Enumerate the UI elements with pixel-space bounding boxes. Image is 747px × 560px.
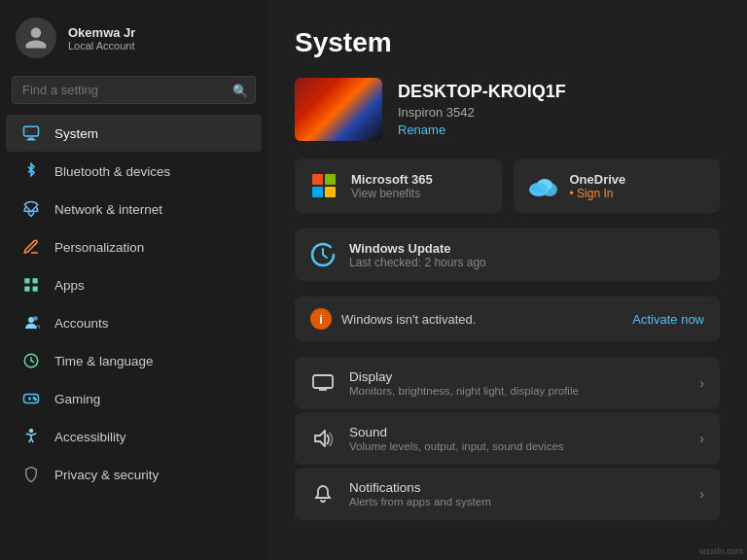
apps-icon	[21, 275, 41, 295]
sound-subtitle: Volume levels, output, input, sound devi…	[349, 440, 686, 452]
display-title: Display	[349, 369, 686, 384]
svg-rect-19	[325, 187, 336, 197]
svg-point-7	[28, 317, 34, 323]
activation-warning-icon: i	[310, 308, 332, 330]
onedrive-tile[interactable]: OneDrive • Sign In	[514, 158, 721, 213]
onedrive-dot: •	[570, 187, 578, 200]
device-card: DESKTOP-KROIQ1F Inspiron 3542 Rename	[295, 78, 720, 141]
privacy-icon	[21, 465, 41, 484]
sidebar-item-label-time: Time & language	[54, 354, 154, 368]
notifications-subtitle: Alerts from apps and system	[349, 496, 686, 508]
sound-title: Sound	[349, 425, 686, 439]
sound-details: Sound Volume levels, output, input, soun…	[349, 425, 686, 452]
sidebar-item-time[interactable]: Time & language	[6, 342, 262, 379]
display-icon	[310, 370, 336, 396]
bluetooth-icon	[21, 161, 41, 181]
svg-rect-1	[28, 138, 34, 140]
svg-rect-18	[312, 187, 323, 197]
svg-point-15	[30, 430, 33, 433]
avatar	[16, 18, 56, 58]
user-name: Okemwa Jr	[68, 25, 135, 40]
user-account-type: Local Account	[68, 40, 135, 52]
page-title: System	[295, 27, 720, 58]
microsoft365-icon	[308, 170, 339, 201]
time-icon	[21, 351, 41, 370]
accessibility-icon	[21, 427, 41, 446]
device-rename-link[interactable]: Rename	[398, 122, 566, 137]
microsoft365-name: Microsoft 365	[351, 172, 433, 187]
sound-chevron-icon: ›	[699, 431, 704, 446]
sidebar-item-label-system: System	[54, 126, 98, 141]
microsoft365-sub: View benefits	[351, 187, 433, 200]
sidebar-item-privacy[interactable]: Privacy & security	[6, 456, 262, 493]
sidebar: Okemwa Jr Local Account 🔍 System Bluetoo…	[0, 0, 267, 560]
sound-icon	[310, 426, 336, 451]
microsoft365-details: Microsoft 365 View benefits	[351, 172, 433, 200]
watermark: wsxdn.com	[699, 546, 743, 556]
display-details: Display Monitors, brightness, night ligh…	[349, 369, 686, 397]
onedrive-icon	[527, 170, 558, 201]
sidebar-item-system[interactable]: System	[6, 115, 262, 152]
activation-message: Windows isn't activated.	[341, 312, 622, 327]
device-thumbnail	[295, 78, 382, 141]
search-input[interactable]	[12, 76, 256, 104]
onedrive-sub: • Sign In	[570, 187, 626, 200]
sidebar-item-label-gaming: Gaming	[54, 392, 100, 406]
network-icon	[21, 199, 41, 219]
sidebar-item-label-personalization: Personalization	[54, 240, 144, 255]
sidebar-item-label-network: Network & internet	[54, 202, 162, 217]
svg-rect-6	[33, 287, 38, 292]
personalization-icon	[21, 237, 41, 257]
settings-row-sound[interactable]: Sound Volume levels, output, input, soun…	[295, 412, 720, 465]
windows-update-tile[interactable]: Windows Update Last checked: 2 hours ago	[295, 228, 720, 281]
windows-update-icon	[308, 240, 338, 269]
sidebar-item-accounts[interactable]: Accounts	[6, 304, 262, 341]
display-subtitle: Monitors, brightness, night light, displ…	[349, 385, 686, 397]
sidebar-item-label-accounts: Accounts	[54, 316, 109, 331]
sidebar-item-label-bluetooth: Bluetooth & devices	[54, 164, 170, 179]
sidebar-item-network[interactable]: Network & internet	[6, 191, 262, 228]
device-name: DESKTOP-KROIQ1F	[398, 82, 566, 102]
svg-marker-28	[315, 431, 325, 446]
notifications-details: Notifications Alerts from apps and syste…	[349, 480, 686, 508]
svg-rect-25	[313, 375, 333, 388]
svg-rect-3	[24, 278, 29, 283]
accounts-icon	[21, 313, 41, 332]
settings-row-display[interactable]: Display Monitors, brightness, night ligh…	[295, 357, 720, 409]
sidebar-item-accessibility[interactable]: Accessibility	[6, 418, 262, 455]
onedrive-name: OneDrive	[570, 172, 626, 187]
onedrive-details: OneDrive • Sign In	[570, 172, 626, 200]
user-profile[interactable]: Okemwa Jr Local Account	[0, 8, 267, 72]
search-box[interactable]: 🔍	[12, 76, 256, 104]
display-chevron-icon: ›	[699, 375, 704, 391]
notifications-chevron-icon: ›	[699, 486, 704, 502]
search-icon: 🔍	[232, 83, 248, 97]
windows-update-sub: Last checked: 2 hours ago	[349, 256, 486, 269]
settings-row-notifications[interactable]: Notifications Alerts from apps and syste…	[295, 468, 720, 520]
svg-rect-4	[33, 278, 38, 283]
device-model: Inspiron 3542	[398, 105, 566, 120]
sidebar-item-apps[interactable]: Apps	[6, 266, 262, 303]
sidebar-item-personalization[interactable]: Personalization	[6, 228, 262, 265]
sidebar-nav: System Bluetooth & devices Network & int…	[0, 114, 267, 494]
notifications-title: Notifications	[349, 480, 686, 495]
microsoft365-tile[interactable]: Microsoft 365 View benefits	[295, 158, 502, 213]
sidebar-item-label-accessibility: Accessibility	[54, 430, 126, 444]
svg-point-8	[33, 316, 38, 321]
main-content: System DESKTOP-KROIQ1F Inspiron 3542 Ren…	[267, 0, 747, 560]
sidebar-item-bluetooth[interactable]: Bluetooth & devices	[6, 153, 262, 190]
activate-now-link[interactable]: Activate now	[632, 312, 704, 327]
device-info: DESKTOP-KROIQ1F Inspiron 3542 Rename	[398, 82, 566, 137]
onedrive-sub-text: Sign In	[577, 187, 613, 200]
notifications-icon	[310, 481, 336, 507]
sidebar-item-label-privacy: Privacy & security	[54, 468, 159, 482]
service-tiles-row: Microsoft 365 View benefits OneDrive • S…	[295, 158, 720, 213]
system-icon	[21, 123, 41, 143]
sidebar-item-gaming[interactable]: Gaming	[6, 380, 262, 417]
svg-rect-17	[325, 174, 336, 185]
user-info: Okemwa Jr Local Account	[68, 25, 135, 52]
windows-update-details: Windows Update Last checked: 2 hours ago	[349, 241, 486, 269]
svg-point-23	[530, 183, 548, 192]
svg-rect-2	[27, 139, 36, 141]
gaming-icon	[21, 389, 41, 408]
